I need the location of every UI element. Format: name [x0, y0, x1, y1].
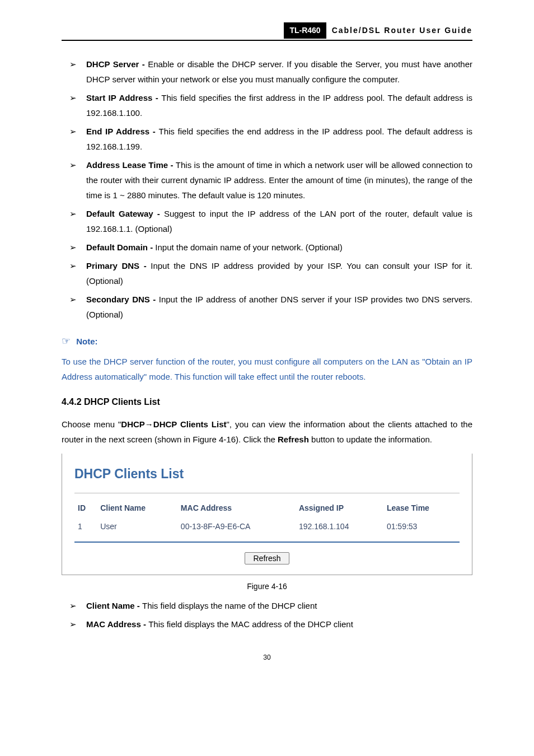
divider-accent: [74, 542, 460, 543]
col-ip: Assigned IP: [296, 499, 383, 517]
dhcp-clients-figure: DHCP Clients List ID Client Name MAC Add…: [62, 454, 472, 575]
section-heading: 4.4.2 DHCP Clients List: [62, 394, 472, 410]
list-item: End IP Address - This field specifies th…: [62, 124, 472, 154]
term-description: This field displays the name of the DHCP…: [142, 601, 317, 610]
figure-title: DHCP Clients List: [74, 463, 460, 486]
term-label: End IP Address -: [86, 127, 159, 136]
dhcp-server-fields-list: DHCP Server - Enable or disable the DHCP…: [62, 57, 472, 322]
term-label: Secondary DNS -: [86, 295, 159, 304]
page-number: 30: [62, 652, 472, 664]
cell-lease: 01:59:53: [383, 517, 460, 536]
pointing-hand-icon: ☞: [62, 335, 71, 347]
list-item: MAC Address - This field displays the MA…: [62, 617, 472, 632]
term-label: Client Name -: [86, 601, 142, 610]
page-header: TL-R460 Cable/DSL Router User Guide: [62, 22, 472, 41]
col-lease: Lease Time: [383, 499, 460, 517]
list-item: DHCP Server - Enable or disable the DHCP…: [62, 57, 472, 87]
col-mac: MAC Address: [177, 499, 296, 517]
model-badge: TL-R460: [284, 22, 326, 39]
term-description: Input the domain name of your network. (…: [155, 242, 342, 252]
note-label: Note:: [76, 337, 97, 346]
list-item: Start IP Address - This field specifies …: [62, 90, 472, 120]
note-body: To use the DHCP server function of the r…: [62, 354, 472, 384]
term-label: MAC Address -: [86, 619, 148, 629]
term-description: This field displays the MAC address of t…: [148, 619, 353, 629]
cell-ip: 192.168.1.104: [296, 517, 383, 536]
dhcp-clients-table: ID Client Name MAC Address Assigned IP L…: [74, 499, 460, 536]
term-label: Default Domain -: [86, 242, 155, 252]
list-item: Primary DNS - Input the DNS IP address p…: [62, 258, 472, 288]
list-item: Default Gateway - Suggest to input the I…: [62, 206, 472, 236]
figure-caption: Figure 4-16: [62, 580, 472, 594]
col-id: ID: [74, 499, 97, 517]
table-row: 1User00-13-8F-A9-E6-CA192.168.1.10401:59…: [74, 517, 460, 536]
note-heading: ☞ Note:: [62, 332, 472, 350]
list-item: Address Lease Time - This is the amount …: [62, 157, 472, 203]
col-client-name: Client Name: [97, 499, 177, 517]
client-field-descriptions: Client Name - This field displays the na…: [62, 598, 472, 632]
list-item: Secondary DNS - Input the IP address of …: [62, 292, 472, 322]
term-label: DHCP Server -: [86, 59, 148, 69]
term-label: Address Lease Time -: [86, 160, 176, 170]
cell-mac: 00-13-8F-A9-E6-CA: [177, 517, 296, 536]
cell-name: User: [97, 517, 177, 536]
term-label: Start IP Address -: [86, 93, 161, 102]
refresh-button[interactable]: Refresh: [245, 552, 289, 564]
term-label: Primary DNS -: [86, 261, 151, 270]
guide-title: Cable/DSL Router User Guide: [332, 24, 472, 38]
divider: [74, 493, 460, 493]
list-item: Client Name - This field displays the na…: [62, 598, 472, 613]
section-paragraph: Choose menu "DHCP→DHCP Clients List", yo…: [62, 417, 472, 447]
list-item: Default Domain - Input the domain name o…: [62, 240, 472, 255]
cell-id: 1: [74, 517, 97, 536]
term-label: Default Gateway -: [86, 209, 164, 218]
